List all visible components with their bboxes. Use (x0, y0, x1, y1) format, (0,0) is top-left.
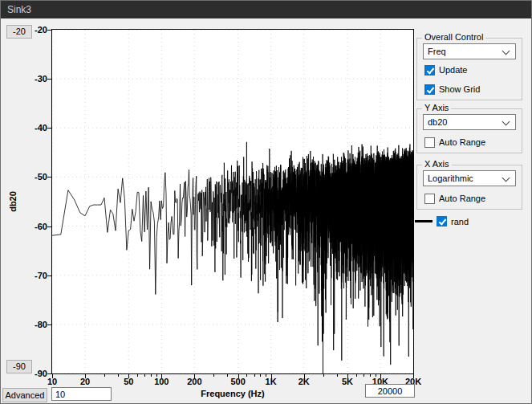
show-grid-row[interactable]: Show Grid (424, 84, 480, 95)
group-x-axis-title: X Axis (422, 159, 452, 169)
y-tick-label: -40 (18, 122, 47, 133)
x-tick-mark (413, 374, 414, 378)
x-minor-tick-mark (363, 374, 364, 377)
x-auto-range-row[interactable]: Auto Range (424, 193, 485, 204)
legend-rand-label: rand (451, 217, 469, 226)
y-axis-title: db20 (8, 178, 18, 226)
x-minor-tick-mark (323, 374, 324, 377)
x-tick-mark (52, 374, 53, 378)
x-auto-range-checkbox[interactable] (424, 194, 435, 204)
x-tick-mark (347, 374, 348, 378)
chevron-down-icon (502, 174, 510, 182)
x-minor-tick-mark (151, 374, 152, 377)
y-tick-label: -50 (18, 171, 47, 182)
y-tick-mark (47, 226, 51, 227)
y-tick-mark (47, 373, 51, 374)
x-minor-tick-mark (370, 374, 371, 377)
window-title: Sink3 (7, 4, 31, 15)
x-minor-tick-mark (144, 374, 145, 377)
x-tick-mark (194, 374, 195, 378)
y-tick-mark (47, 30, 51, 31)
x-minor-tick-mark (137, 374, 138, 377)
plot-canvas[interactable] (51, 29, 414, 374)
chevron-down-icon (502, 47, 510, 55)
x-tick-mark (380, 374, 381, 378)
x-minor-tick-mark (156, 374, 157, 377)
y-tick-mark (47, 177, 51, 178)
y-tick-mark (47, 275, 51, 276)
y-tick-mark (47, 79, 51, 80)
y-auto-range-checkbox[interactable] (424, 137, 435, 148)
show-grid-label: Show Grid (439, 84, 480, 94)
x-tick-mark (128, 374, 129, 378)
x-max-input[interactable] (365, 384, 415, 398)
group-y-axis: Y Axis db20 Auto Range (416, 108, 522, 153)
group-x-axis: X Axis Logarithmic Auto Range (416, 165, 522, 210)
x-axis-dropdown-value: Logarithmic (428, 173, 473, 183)
titlebar[interactable]: Sink3 (1, 1, 531, 18)
y-tick-mark (47, 324, 51, 325)
update-row[interactable]: Update (424, 64, 467, 75)
show-grid-checkbox[interactable] (424, 84, 435, 95)
overall-dropdown-value: Freq (428, 47, 446, 56)
x-tick-mark (238, 374, 239, 378)
group-overall-title: Overall Control (422, 32, 485, 42)
y-tick-label: -20 (18, 24, 47, 35)
x-minor-tick-mark (376, 374, 376, 377)
y-tick-label: -70 (18, 270, 47, 281)
legend-rand-checkbox[interactable] (437, 216, 447, 226)
y-axis-dropdown-value: db20 (428, 117, 447, 127)
x-minor-tick-mark (254, 374, 255, 377)
x-axis-dropdown[interactable]: Logarithmic (423, 170, 516, 186)
x-tick-mark (304, 374, 305, 378)
x-minor-tick-mark (356, 374, 357, 377)
spectrum-chart (52, 30, 413, 373)
x-minor-tick-mark (104, 374, 105, 377)
advanced-button[interactable]: Advanced (2, 388, 47, 402)
x-tick-mark (271, 374, 272, 378)
x-minor-tick-mark (246, 374, 247, 377)
legend-line-sample (415, 220, 433, 222)
y-tick-label: -30 (18, 73, 47, 84)
window-body: -20 -90 db20 Frequency (Hz) -20-30-40-50… (1, 18, 531, 403)
y-auto-range-row[interactable]: Auto Range (424, 137, 485, 148)
group-overall-control: Overall Control Freq Update Show Grid (416, 38, 522, 100)
update-checkbox[interactable] (424, 65, 435, 75)
y-axis-dropdown[interactable]: db20 (423, 114, 516, 130)
x-tick-mark (85, 374, 86, 378)
x-minor-tick-mark (266, 374, 266, 377)
group-y-axis-title: Y Axis (422, 103, 451, 112)
y-tick-label: -60 (18, 221, 47, 232)
y-tick-label: -80 (18, 319, 47, 330)
x-minor-tick-mark (227, 374, 228, 377)
x-minor-tick-mark (260, 374, 261, 377)
y-tick-mark (47, 128, 51, 129)
chevron-down-icon (502, 118, 510, 126)
sink-window: Sink3 -20 -90 db20 Frequency (Hz) -20-30… (0, 0, 532, 404)
y-auto-range-label: Auto Range (439, 137, 485, 147)
x-tick-mark (161, 374, 162, 378)
x-minor-tick-mark (337, 374, 338, 377)
legend: rand (415, 216, 469, 226)
x-auto-range-label: Auto Range (439, 194, 485, 203)
update-label: Update (439, 65, 467, 75)
x-min-input[interactable] (51, 387, 112, 401)
x-minor-tick-mark (118, 374, 119, 377)
x-minor-tick-mark (213, 374, 214, 377)
overall-dropdown[interactable]: Freq (423, 43, 516, 59)
